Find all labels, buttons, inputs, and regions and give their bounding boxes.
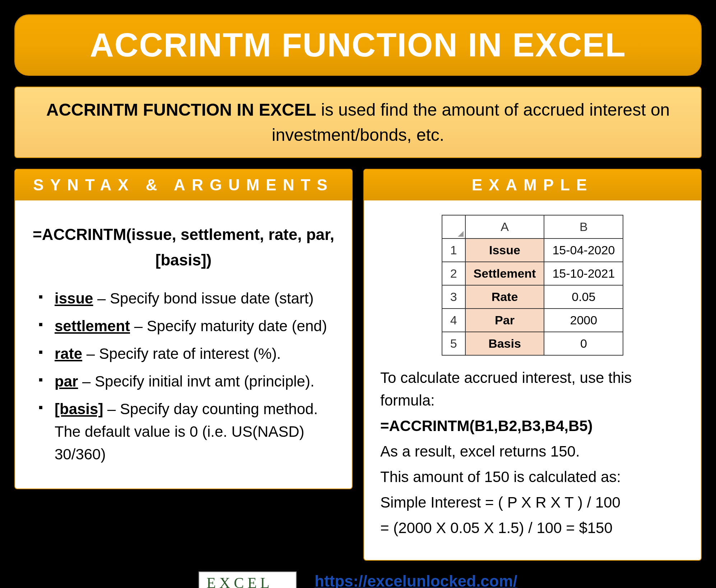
arg-name: par [55,373,78,390]
col-header-b: B [544,215,623,239]
row-num: 4 [442,309,465,332]
row-num: 2 [442,262,465,285]
arg-desc: – Specify bond issue date (start) [93,290,313,307]
syntax-formula: =ACCRINTM(issue, settlement, rate, par, … [31,222,336,273]
title-bar: ACCRINTM FUNCTION IN EXCEL [14,14,702,76]
arg-name: settlement [55,318,130,334]
intro-box: ACCRINTM FUNCTION IN EXCEL is used find … [14,87,702,158]
cell-label: Issue [465,239,544,262]
cell-label: Rate [465,285,544,309]
footer-links: https://excelunlocked.com/ UNLOCK [315,572,517,588]
cell-label: Basis [465,332,544,355]
syntax-header: SYNTAX & ARGUMENTS [15,170,352,200]
list-item: par – Specify initial invt amt (principl… [38,370,336,393]
table-row: 5 Basis 0 [442,332,623,355]
excel-table: A B 1 Issue 15-04-2020 2 Settlement 15-1… [442,215,624,356]
intro-lead: ACCRINTM FUNCTION IN EXCEL [46,100,316,119]
logo-text-wrap: EXCEL Unlcked [206,577,289,588]
cell-value: 0 [544,332,623,355]
table-row: 3 Rate 0.05 [442,285,623,309]
intro-rest: is used find the amount of accrued inter… [272,100,670,144]
table-row: 2 Settlement 15-10-2021 [442,262,623,285]
cell-label: Par [465,309,544,332]
table-row: A B [442,215,623,239]
row-num: 5 [442,332,465,355]
col-header-a: A [465,215,544,239]
list-item: [basis] – Specify day counting method. T… [38,398,336,466]
example-line: This amount of 150 is calculated as: [380,466,685,488]
table-row: 4 Par 2000 [442,309,623,332]
example-line: As a result, excel returns 150. [380,440,685,463]
arg-desc: – Specify maturity date (end) [130,318,327,334]
cell-value: 0.05 [544,285,623,309]
example-formula: =ACCRINTM(B1,B2,B3,B4,B5) [380,415,685,437]
table-corner-icon [442,215,465,239]
list-item: issue – Specify bond issue date (start) [38,287,336,310]
list-item: settlement – Specify maturity date (end) [38,315,336,337]
cell-value: 15-10-2021 [544,262,623,285]
example-line: Simple Interest = ( P X R X T ) / 100 [380,491,685,514]
arg-desc: – Specify rate of interest (%). [82,345,281,362]
argument-list: issue – Specify bond issue date (start) … [31,287,336,466]
logo-main-text: EXCEL [206,575,273,588]
arg-name: [basis] [55,401,103,417]
syntax-column: SYNTAX & ARGUMENTS =ACCRINTM(issue, sett… [14,169,353,561]
arg-name: issue [55,290,93,307]
example-panel: EXAMPLE A B 1 Issue 15-04-2020 [363,169,702,561]
row-num: 1 [442,239,465,262]
arg-name: rate [55,345,82,362]
table-row: 1 Issue 15-04-2020 [442,239,623,262]
syntax-panel: SYNTAX & ARGUMENTS =ACCRINTM(issue, sett… [14,169,353,489]
logo: EXCEL Unlcked [199,571,297,588]
syntax-body: =ACCRINTM(issue, settlement, rate, par, … [15,200,352,489]
columns: SYNTAX & ARGUMENTS =ACCRINTM(issue, sett… [14,169,702,561]
row-num: 3 [442,285,465,309]
cell-label: Settlement [465,262,544,285]
website-link[interactable]: https://excelunlocked.com/ [315,572,517,588]
footer: EXCEL Unlcked https://excelunlocked.com/… [14,571,702,588]
example-body: A B 1 Issue 15-04-2020 2 Settlement 15-1… [364,200,701,560]
arg-desc: – Specify initial invt amt (principle). [78,373,314,390]
cell-value: 2000 [544,309,623,332]
cell-value: 15-04-2020 [544,239,623,262]
example-text: To calculate accrued interest, use this … [380,366,685,539]
list-item: rate – Specify rate of interest (%). [38,342,336,365]
example-line: = (2000 X 0.05 X 1.5) / 100 = $150 [380,517,685,539]
example-column: EXAMPLE A B 1 Issue 15-04-2020 [363,169,702,561]
infographic-container: ACCRINTM FUNCTION IN EXCEL ACCRINTM FUNC… [14,14,702,588]
page-title: ACCRINTM FUNCTION IN EXCEL [33,26,683,64]
example-line: To calculate accrued interest, use this … [380,366,685,412]
example-header: EXAMPLE [364,170,701,200]
